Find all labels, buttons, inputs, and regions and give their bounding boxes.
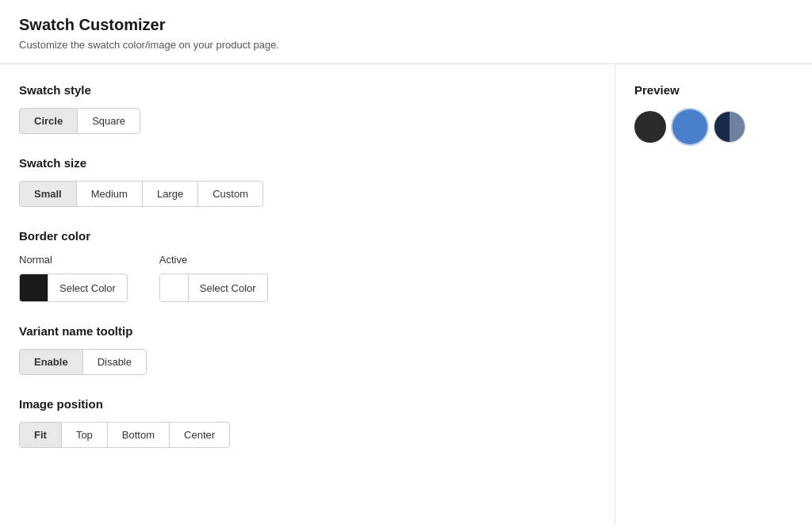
normal-color-select-button[interactable]: Select Color: [19, 274, 128, 302]
image-position-fit[interactable]: Fit: [19, 422, 62, 448]
swatch-size-small[interactable]: Small: [19, 181, 77, 207]
swatch-size-title: Swatch size: [19, 156, 596, 170]
normal-color-group: Normal Select Color: [19, 254, 128, 302]
preview-swatch-half: [714, 111, 745, 143]
border-color-section: Border color Normal Select Color Active …: [19, 229, 596, 302]
preview-swatch-black: [634, 111, 666, 143]
image-position-group: Fit Top Bottom Center: [19, 422, 596, 448]
swatch-size-section: Swatch size Small Medium Large Custom: [19, 156, 596, 207]
image-position-title: Image position: [19, 397, 596, 411]
page-header: Swatch Customizer Customize the swatch c…: [0, 0, 812, 64]
preview-panel: Preview: [615, 64, 812, 525]
swatch-style-section: Swatch style Circle Square: [19, 83, 596, 134]
page-subtitle: Customize the swatch color/image on your…: [19, 39, 793, 51]
swatch-style-title: Swatch style: [19, 83, 596, 97]
image-position-center[interactable]: Center: [169, 422, 230, 448]
settings-panel: Swatch style Circle Square Swatch size S…: [0, 64, 615, 525]
preview-title: Preview: [634, 83, 793, 97]
border-color-title: Border color: [19, 229, 596, 243]
main-layout: Swatch style Circle Square Swatch size S…: [0, 64, 812, 525]
tooltip-title: Variant name tooltip: [19, 324, 596, 338]
page-title: Swatch Customizer: [19, 16, 793, 34]
swatch-style-circle[interactable]: Circle: [19, 108, 78, 134]
active-color-swatch: [160, 274, 189, 302]
normal-color-select-label: Select Color: [48, 282, 127, 294]
active-color-group: Active Select Color: [159, 254, 268, 302]
active-color-select-button[interactable]: Select Color: [159, 274, 268, 302]
tooltip-section: Variant name tooltip Enable Disable: [19, 324, 596, 375]
normal-color-label: Normal: [19, 254, 128, 266]
border-color-row: Normal Select Color Active Select Color: [19, 254, 596, 302]
image-position-bottom[interactable]: Bottom: [107, 422, 170, 448]
tooltip-group: Enable Disable: [19, 349, 596, 375]
swatch-style-group: Circle Square: [19, 108, 596, 134]
swatch-size-custom[interactable]: Custom: [197, 181, 263, 207]
tooltip-enable[interactable]: Enable: [19, 349, 83, 375]
swatch-size-group: Small Medium Large Custom: [19, 181, 596, 207]
swatch-size-large[interactable]: Large: [142, 181, 198, 207]
preview-swatch-blue: [674, 111, 706, 143]
normal-color-swatch: [20, 274, 48, 302]
swatch-style-square[interactable]: Square: [77, 108, 140, 134]
active-color-label: Active: [159, 254, 268, 266]
image-position-section: Image position Fit Top Bottom Center: [19, 397, 596, 448]
active-color-select-label: Select Color: [189, 282, 267, 294]
swatch-size-medium[interactable]: Medium: [76, 181, 143, 207]
preview-swatches: [634, 111, 793, 143]
tooltip-disable[interactable]: Disable: [82, 349, 147, 375]
image-position-top[interactable]: Top: [61, 422, 108, 448]
